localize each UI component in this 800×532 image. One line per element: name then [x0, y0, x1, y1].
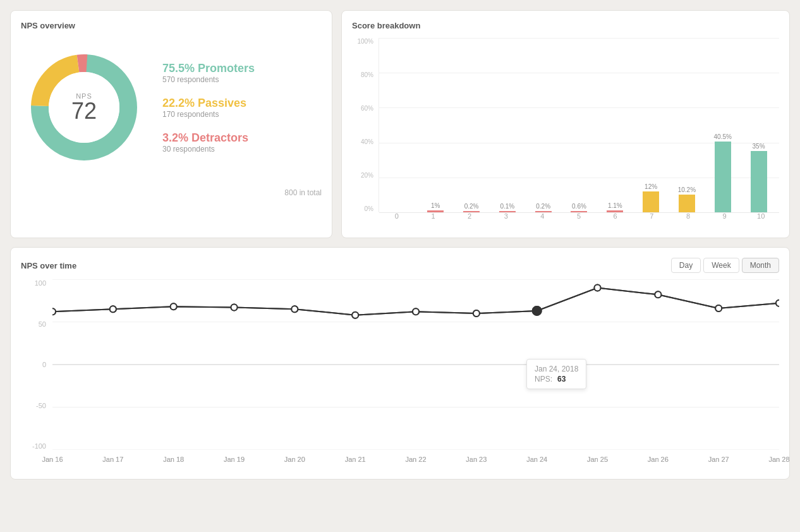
- bar-pct-6: 1.1%: [608, 202, 622, 209]
- top-row: NPS overview: [10, 10, 790, 238]
- data-point-3[interactable]: [231, 305, 238, 311]
- x-label-Jan23: Jan 23: [466, 456, 487, 463]
- passives-count: 170 respondents: [162, 110, 255, 119]
- x-label-Jan25: Jan 25: [587, 456, 608, 463]
- donut-center: NPS 72: [71, 92, 97, 123]
- day-button[interactable]: Day: [671, 258, 701, 273]
- data-point-9[interactable]: [595, 285, 601, 291]
- passives-legend: 22.2% Passives 170 respondents: [162, 97, 255, 119]
- nps-overview-card: NPS overview: [10, 10, 332, 238]
- y-label-40: 40%: [361, 138, 373, 145]
- x-label-5: 5: [561, 212, 597, 227]
- x-label-7: 7: [633, 212, 670, 227]
- passives-pct: 22.2% Passives: [162, 97, 255, 110]
- nps-overview-title: NPS overview: [21, 21, 322, 30]
- line-y-neg100: -100: [32, 442, 46, 450]
- bar-group-1: 1%: [418, 38, 454, 212]
- bar-group-9: 40.5%: [705, 38, 741, 212]
- x-label-3: 3: [488, 212, 524, 227]
- bar-10: [751, 151, 767, 212]
- bar-7: [643, 191, 659, 212]
- promoters-pct: 75.5% Promoters: [162, 62, 255, 75]
- bar-pct-3: 0.1%: [500, 203, 514, 210]
- x-label-9: 9: [706, 212, 743, 227]
- data-point-11[interactable]: [715, 305, 722, 311]
- promoters-count: 570 respondents: [162, 75, 255, 84]
- bar-group-0: [382, 38, 418, 212]
- data-point-6[interactable]: [413, 308, 419, 315]
- bar-9: [715, 142, 731, 212]
- bar-group-2: 0.2%: [454, 38, 490, 212]
- bar-pct-7: 12%: [645, 183, 657, 190]
- bar-group-4: 0.2%: [525, 38, 561, 212]
- x-label-Jan24: Jan 24: [526, 456, 547, 463]
- x-label-10: 10: [742, 212, 779, 227]
- line-x-axis: Jan 16Jan 17Jan 18Jan 19Jan 20Jan 21Jan …: [52, 450, 779, 469]
- bar-chart-area: 1%0.2%0.1%0.2%0.6%1.1%12%10.2%40.5%35%: [379, 38, 779, 212]
- line-chart-svg: [52, 279, 779, 450]
- data-point-1[interactable]: [110, 306, 116, 312]
- line-y-100: 100: [35, 279, 46, 287]
- x-label-8: 8: [670, 212, 706, 227]
- bar-pct-10: 35%: [753, 143, 765, 150]
- time-controls: Day Week Month: [671, 258, 779, 273]
- nps-overview-content: NPS 72 75.5% Promoters 570 respondents 2…: [21, 38, 322, 183]
- bar-pct-9: 40.5%: [714, 133, 732, 140]
- data-point-4[interactable]: [291, 306, 298, 312]
- line-y-50: 50: [39, 320, 46, 328]
- x-label-Jan18: Jan 18: [163, 456, 184, 463]
- bar-pct-2: 0.2%: [464, 203, 479, 210]
- bar-group-10: 35%: [741, 38, 777, 212]
- x-label-Jan21: Jan 21: [345, 456, 366, 463]
- data-point-0[interactable]: [52, 308, 56, 315]
- line-chart-container: 100 50 0 -50 -100 Jan 24, 2018 NPS: 63 J…: [21, 279, 779, 469]
- y-label-0: 0%: [365, 205, 373, 212]
- data-point-2[interactable]: [171, 303, 177, 310]
- score-breakdown-title: Score breakdown: [352, 21, 779, 30]
- bar-group-7: 12%: [633, 38, 669, 212]
- bar-pct-5: 0.6%: [572, 203, 586, 210]
- promoters-legend: 75.5% Promoters 570 respondents: [162, 62, 255, 84]
- nps-total: 800 in total: [21, 188, 322, 197]
- bars-inner: 1%0.2%0.1%0.2%0.6%1.1%12%10.2%40.5%35%: [379, 38, 779, 212]
- nps-over-time-card: NPS over time Day Week Month 100 50 0 -5…: [10, 247, 790, 480]
- x-axis: 012345678910: [379, 212, 779, 227]
- data-point-8[interactable]: [533, 306, 542, 315]
- line-y-0: 0: [42, 361, 46, 368]
- score-breakdown-card: Score breakdown 100% 80% 60% 40% 20% 0%: [341, 10, 790, 238]
- month-button[interactable]: Month: [742, 258, 779, 273]
- data-point-12[interactable]: [776, 300, 779, 306]
- detractors-count: 30 respondents: [162, 145, 255, 154]
- data-point-10[interactable]: [655, 291, 661, 298]
- bar-pct-8: 10.2%: [678, 186, 696, 193]
- week-button[interactable]: Week: [703, 258, 739, 273]
- data-point-5[interactable]: [352, 312, 358, 318]
- bar-pct-4: 0.2%: [536, 203, 550, 210]
- detractors-pct: 3.2% Detractors: [162, 131, 255, 145]
- y-label-60: 60%: [361, 105, 373, 112]
- data-point-7[interactable]: [473, 310, 480, 317]
- x-label-Jan27: Jan 27: [708, 456, 729, 463]
- x-label-Jan26: Jan 26: [648, 456, 669, 463]
- bar-group-3: 0.1%: [489, 38, 525, 212]
- x-label-Jan16: Jan 16: [42, 456, 63, 463]
- x-label-Jan22: Jan 22: [405, 456, 426, 463]
- bar-group-5: 0.6%: [561, 38, 597, 212]
- x-label-Jan17: Jan 17: [102, 456, 123, 463]
- donut-chart: NPS 72: [21, 44, 147, 171]
- y-label-100: 100%: [357, 38, 373, 45]
- y-label-80: 80%: [361, 71, 373, 78]
- nps-over-time-header: NPS over time Day Week Month: [21, 258, 779, 273]
- line-y-axis: 100 50 0 -50 -100: [21, 279, 51, 450]
- x-label-Jan19: Jan 19: [224, 456, 245, 463]
- bar-8: [679, 195, 695, 212]
- bar-chart-container: 100% 80% 60% 40% 20% 0%: [352, 38, 779, 227]
- bar-pct-1: 1%: [431, 202, 440, 209]
- dashboard: NPS overview: [10, 10, 790, 480]
- y-axis: 100% 80% 60% 40% 20% 0%: [352, 38, 377, 212]
- x-label-2: 2: [451, 212, 488, 227]
- nps-over-time-title: NPS over time: [21, 261, 76, 270]
- bar-group-8: 10.2%: [669, 38, 705, 212]
- x-label-1: 1: [415, 212, 452, 227]
- bar-group-6: 1.1%: [597, 38, 633, 212]
